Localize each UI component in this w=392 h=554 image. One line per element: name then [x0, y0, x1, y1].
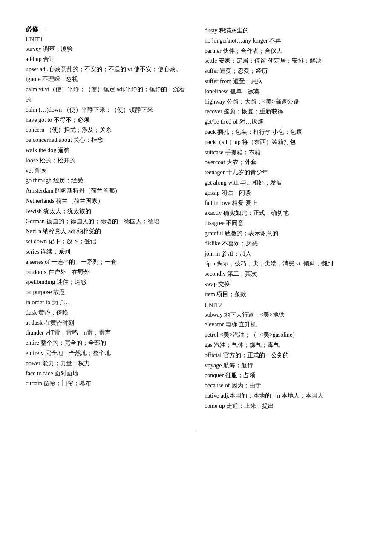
- vocab-definition: 为了…: [50, 299, 70, 306]
- vocab-definition: 故意: [52, 289, 66, 295]
- vocab-term: Netherlands: [26, 198, 55, 204]
- vocab-term: no longer\not…any longer: [205, 38, 268, 44]
- vocab-term: a series of: [26, 259, 50, 265]
- unit-label: UNIT1: [26, 36, 187, 43]
- vocab-definition: n.揭示；技巧；尖；尖端；消费 vt. 倾斜；翻到: [211, 260, 333, 267]
- vocab-item: recover 痊愈；恢复；重新获得: [205, 107, 366, 117]
- vocab-definition: adj.心烦意乱的；不安的；不适的 vt.使不安；使心烦。: [38, 66, 182, 72]
- vocab-item: calm vt.vi（使）平静；（使）镇定 adj.平静的；镇静的；沉着的: [26, 84, 187, 105]
- vocab-item: no longer\not…any longer 不再: [205, 36, 366, 46]
- right-items-container: dusty 积满灰尘的no longer\not…any longer 不再pa…: [205, 26, 366, 411]
- vocab-item: petrol <美>汽油；（=<美>gasoline）: [205, 330, 366, 340]
- vocab-item: at dusk 在黄昏时刻: [26, 318, 187, 328]
- vocab-definition: 因为；由于: [230, 382, 261, 389]
- vocab-definition: 连续；系列: [39, 248, 71, 255]
- vocab-definition: 官方的；正式的；公务的: [222, 352, 289, 358]
- vocab-item: swap 交换: [205, 279, 366, 289]
- vocab-term: have got to: [26, 117, 52, 123]
- vocab-term: calm: [26, 86, 37, 92]
- vocab-item: walk the dog 遛狗: [26, 145, 187, 156]
- vocab-term: come up: [205, 403, 225, 409]
- vocab-item: teenager 十几岁的青少年: [205, 167, 366, 178]
- vocab-definition: vt.vi（使）平静；（使）镇定 adj.平静的；镇静的；沉着的: [26, 86, 185, 103]
- vocab-definition: 对…厌烦: [238, 118, 264, 125]
- vocab-term: highway: [205, 98, 225, 105]
- vocab-definition: 参加；加入: [220, 251, 251, 257]
- vocab-definition: 整个的；完全的；全部的: [39, 340, 107, 346]
- vocab-term: at dusk: [26, 320, 43, 326]
- vocab-term: voyage: [205, 362, 222, 369]
- vocab-definition: 能力；力量；权力: [40, 360, 90, 366]
- vocab-term: join in: [205, 251, 220, 257]
- vocab-item: German 德国的；德国人的；德语的；德国人；德语: [26, 216, 187, 227]
- vocab-definition: 遭受；患病: [231, 78, 263, 84]
- vocab-item: upset adj.心烦意乱的；不安的；不适的 vt.使不安；使心烦。: [26, 64, 187, 75]
- vocab-definition: 十几岁的青少年: [225, 169, 268, 176]
- vocab-item: settle 安家；定居；停留 使定居；安排；解决: [205, 56, 366, 66]
- vocab-item: be concerned about 关心；挂念: [26, 135, 187, 145]
- vocab-term: dislike: [205, 240, 220, 247]
- vocab-definition: 遛狗: [56, 147, 70, 153]
- vocab-definition: 电梯 直升机: [224, 321, 257, 328]
- vocab-term: grateful: [205, 230, 223, 237]
- vocab-definition: 合计: [42, 56, 55, 62]
- vocab-item: loneliness 孤单；寂寞: [205, 87, 366, 97]
- vocab-item: dusty 积满灰尘的: [205, 26, 366, 36]
- vocab-item: conquer 征服；占领: [205, 370, 366, 381]
- vocab-term: native: [205, 392, 219, 399]
- vocab-term: tip: [205, 260, 211, 267]
- vocab-definition: 不理睬，忽视: [41, 76, 78, 82]
- vocab-item: Netherlands 荷兰（荷兰国家）: [26, 196, 187, 206]
- vocab-term: German: [26, 218, 45, 225]
- vocab-item: spellbinding 迷住；迷惑: [26, 277, 187, 287]
- vocab-definition: 孤单；寂寞: [228, 88, 260, 95]
- vocab-term: disagree: [205, 220, 225, 226]
- vocab-term: settle: [205, 58, 217, 64]
- vocab-term: suffer: [205, 68, 218, 74]
- vocab-term: go through: [26, 177, 52, 184]
- vocab-item: highway 公路；大路；<美>高速公路: [205, 97, 366, 107]
- vocab-item: Jewish 犹太人；犹太族的: [26, 206, 187, 216]
- vocab-term: series: [26, 248, 39, 255]
- unit-label: UNIT2: [205, 302, 366, 309]
- vocab-term: gossip: [205, 190, 220, 196]
- vocab-item: Amsterdam 阿姆斯特丹（荷兰首都）: [26, 186, 187, 196]
- vocab-definition: 地下人行道；<美>地铁: [223, 312, 285, 318]
- vocab-term: get\be tired of: [205, 118, 238, 125]
- page-number: 1: [26, 428, 366, 435]
- vocab-definition: 大衣；外套: [225, 159, 257, 165]
- vocab-item: pack（sth）up 将（东西）装箱打包: [205, 137, 366, 147]
- vocab-item: face to face 面对面地: [26, 369, 187, 379]
- vocab-item: curtain 窗帘；门帘；幕布: [26, 378, 187, 389]
- vocab-item: get\be tired of 对…厌烦: [205, 117, 366, 127]
- vocab-term: exactly: [205, 210, 222, 216]
- page-container: 必修一 UNIT1survey 调查；测验add up 合计upset adj.…: [26, 26, 366, 411]
- left-column: 必修一 UNIT1survey 调查；测验add up 合计upset adj.…: [26, 26, 196, 411]
- vocab-term: dusk: [26, 309, 37, 316]
- vocab-term: survey: [26, 46, 41, 52]
- vocab-definition: 经历；经受: [52, 177, 83, 184]
- vocab-definition: 在户外；在野外: [46, 269, 90, 275]
- vocab-term: subway: [205, 312, 223, 318]
- vocab-definition: 第二；其次: [226, 271, 257, 277]
- section-title: 必修一: [26, 26, 187, 34]
- vocab-definition: 不喜欢；厌恶: [220, 240, 258, 247]
- vocab-term: curtain: [26, 380, 42, 387]
- vocab-term: entirely: [26, 350, 44, 356]
- vocab-definition: 不同意: [225, 220, 244, 226]
- vocab-term: power: [26, 360, 40, 366]
- vocab-definition: 记下；放下；登记: [47, 238, 96, 245]
- vocab-term: partner: [205, 48, 222, 54]
- vocab-term: Nazi: [26, 228, 37, 234]
- vocab-definition: 松的；松开的: [38, 157, 76, 164]
- vocab-definition: 德国的；德国人的；德语的；德国人；德语: [45, 218, 160, 225]
- vocab-definition: 公路；大路；<美>高速公路: [225, 98, 299, 105]
- vocab-term: conquer: [205, 372, 224, 378]
- vocab-item: calm (…)down （使）平静下来；（使）镇静下来: [26, 105, 187, 115]
- vocab-item: join in 参加；加入: [205, 249, 366, 259]
- vocab-term: petrol: [205, 332, 219, 338]
- vocab-item: overcoat 大衣；外套: [205, 157, 366, 167]
- vocab-term: because of: [205, 382, 230, 389]
- vocab-definition: 手提箱；衣箱: [223, 149, 261, 156]
- vocab-term: face to face: [26, 370, 53, 377]
